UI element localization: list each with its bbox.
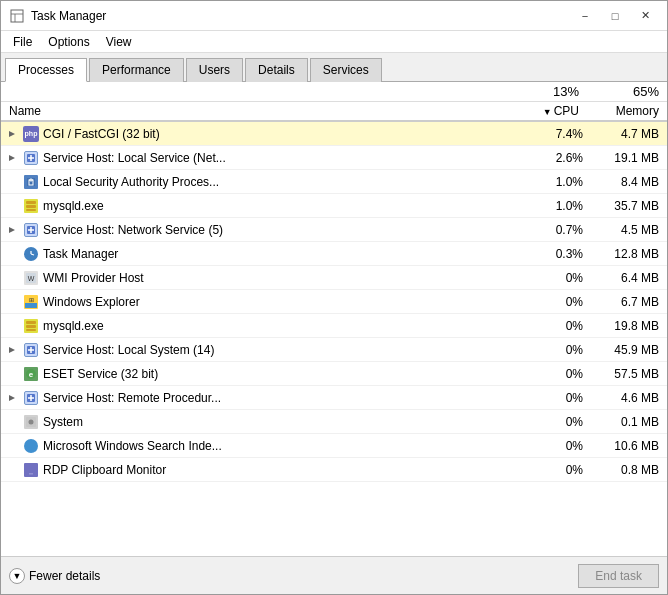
maximize-button[interactable]: □	[601, 6, 629, 26]
process-icon	[23, 462, 39, 478]
expand-button	[5, 319, 19, 333]
fewer-details-icon: ▼	[9, 568, 25, 584]
usage-header: 13% 65%	[1, 82, 667, 102]
process-icon	[23, 342, 39, 358]
process-name: WMI Provider Host	[43, 271, 511, 285]
process-memory: 0.8 MB	[591, 463, 667, 477]
process-memory: 19.1 MB	[591, 151, 667, 165]
tab-details[interactable]: Details	[245, 58, 308, 82]
svg-marker-29	[9, 347, 15, 353]
column-headers: Name ▼CPU Memory	[1, 102, 667, 122]
process-cpu: 7.4%	[511, 127, 591, 141]
process-icon	[23, 246, 39, 262]
process-cpu: 2.6%	[511, 151, 591, 165]
tab-users[interactable]: Users	[186, 58, 243, 82]
process-name: Service Host: Remote Procedur...	[43, 391, 511, 405]
svg-rect-11	[26, 201, 36, 204]
table-row[interactable]: WWMI Provider Host0%6.4 MB	[1, 266, 667, 290]
process-cpu: 0%	[511, 319, 591, 333]
expand-button	[5, 247, 19, 261]
svg-rect-26	[26, 321, 36, 324]
svg-text:e: e	[29, 370, 34, 379]
menu-file[interactable]: File	[5, 33, 40, 51]
table-row[interactable]: Microsoft Windows Search Inde...0%10.6 M…	[1, 434, 667, 458]
table-row[interactable]: ⊞Windows Explorer0%6.7 MB	[1, 290, 667, 314]
expand-button	[5, 367, 19, 381]
process-icon	[23, 222, 39, 238]
process-memory: 6.7 MB	[591, 295, 667, 309]
table-row[interactable]: phpCGI / FastCGI (32 bit)7.4%4.7 MB	[1, 122, 667, 146]
process-memory: 12.8 MB	[591, 247, 667, 261]
table-row[interactable]: RDP Clipboard Monitor0%0.8 MB	[1, 458, 667, 482]
process-list[interactable]: phpCGI / FastCGI (32 bit)7.4%4.7 MBServi…	[1, 122, 667, 556]
table-row[interactable]: Service Host: Remote Procedur...0%4.6 MB	[1, 386, 667, 410]
expand-button[interactable]	[5, 391, 19, 405]
svg-marker-4	[9, 155, 15, 161]
svg-marker-14	[9, 227, 15, 233]
tab-processes[interactable]: Processes	[5, 58, 87, 82]
menu-options[interactable]: Options	[40, 33, 97, 51]
svg-marker-35	[9, 395, 15, 401]
svg-rect-12	[26, 205, 36, 208]
process-icon: W	[23, 270, 39, 286]
table-row[interactable]: mysqld.exe1.0%35.7 MB	[1, 194, 667, 218]
process-cpu: 0%	[511, 367, 591, 381]
col-header-memory[interactable]: Memory	[587, 104, 667, 118]
svg-rect-24	[25, 303, 37, 308]
fewer-details-button[interactable]: ▼ Fewer details	[9, 568, 100, 584]
process-name: Service Host: Network Service (5)	[43, 223, 511, 237]
process-name: Service Host: Local System (14)	[43, 343, 511, 357]
end-task-button[interactable]: End task	[578, 564, 659, 588]
expand-button	[5, 295, 19, 309]
process-icon	[23, 318, 39, 334]
task-manager-window: Task Manager − □ ✕ File Options View Pro…	[0, 0, 668, 595]
table-row[interactable]: Service Host: Local Service (Net...2.6%1…	[1, 146, 667, 170]
process-memory: 45.9 MB	[591, 343, 667, 357]
process-memory: 8.4 MB	[591, 175, 667, 189]
expand-button[interactable]	[5, 151, 19, 165]
mem-usage-pct: 65%	[587, 84, 667, 99]
table-row[interactable]: eESET Service (32 bit)0%57.5 MB	[1, 362, 667, 386]
table-row[interactable]: Local Security Authority Proces...1.0%8.…	[1, 170, 667, 194]
table-row[interactable]: Task Manager0.3%12.8 MB	[1, 242, 667, 266]
close-button[interactable]: ✕	[631, 6, 659, 26]
table-row[interactable]: mysqld.exe0%19.8 MB	[1, 314, 667, 338]
minimize-button[interactable]: −	[571, 6, 599, 26]
col-header-cpu[interactable]: ▼CPU	[507, 104, 587, 118]
process-name: System	[43, 415, 511, 429]
process-icon: php	[23, 126, 39, 142]
expand-button[interactable]	[5, 127, 19, 141]
process-cpu: 0%	[511, 415, 591, 429]
sort-arrow-icon: ▼	[543, 107, 552, 117]
process-name: mysqld.exe	[43, 199, 511, 213]
svg-marker-3	[9, 131, 15, 137]
svg-rect-27	[26, 325, 36, 328]
expand-button	[5, 271, 19, 285]
process-icon	[23, 150, 39, 166]
process-icon	[23, 414, 39, 430]
title-bar-icon	[9, 8, 25, 24]
tab-performance[interactable]: Performance	[89, 58, 184, 82]
tab-services[interactable]: Services	[310, 58, 382, 82]
process-cpu: 0%	[511, 271, 591, 285]
process-memory: 0.1 MB	[591, 415, 667, 429]
menu-view[interactable]: View	[98, 33, 140, 51]
window-controls: − □ ✕	[571, 6, 659, 26]
process-name: RDP Clipboard Monitor	[43, 463, 511, 477]
table-row[interactable]: Service Host: Local System (14)0%45.9 MB	[1, 338, 667, 362]
table-row[interactable]: System0%0.1 MB	[1, 410, 667, 434]
process-cpu: 1.0%	[511, 199, 591, 213]
svg-point-40	[29, 419, 34, 424]
table-row[interactable]: Service Host: Network Service (5)0.7%4.5…	[1, 218, 667, 242]
menu-bar: File Options View	[1, 31, 667, 53]
svg-text:W: W	[28, 275, 35, 282]
process-icon	[23, 390, 39, 406]
svg-rect-13	[26, 209, 36, 211]
footer: ▼ Fewer details End task	[1, 556, 667, 594]
process-memory: 4.6 MB	[591, 391, 667, 405]
col-header-name[interactable]: Name	[1, 104, 507, 118]
process-icon: ⊞	[23, 294, 39, 310]
process-memory: 10.6 MB	[591, 439, 667, 453]
expand-button[interactable]	[5, 223, 19, 237]
expand-button[interactable]	[5, 343, 19, 357]
